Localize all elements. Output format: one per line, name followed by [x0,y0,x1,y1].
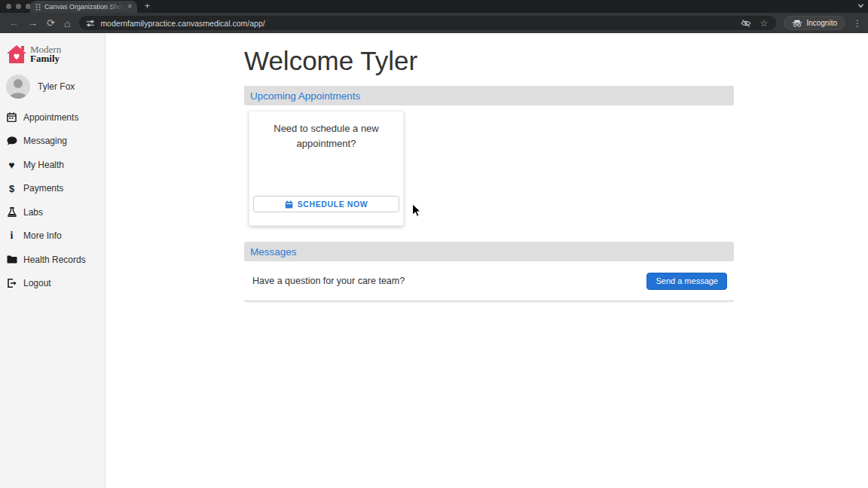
tab-strip: Canvas Organization Short N × + [0,0,868,13]
sidebar-item-labs[interactable]: Labs [6,200,99,224]
schedule-card-text: Need to schedule a new appointment? [261,121,391,151]
browser-toolbar: ← → ⟳ ⌂ modernfamilypractice.canvasmedic… [0,13,868,33]
chevron-down-icon[interactable] [857,2,864,9]
sidebar-menu: Appointments Messaging ♥ My Health $ Pay… [6,105,99,295]
user-name: Tyler Fox [38,81,75,92]
brand-logo[interactable]: Modern Family [6,42,99,66]
info-icon: i [6,230,17,241]
messages-title: Messages [250,246,297,258]
sidebar-item-logout[interactable]: Logout [6,272,99,296]
incognito-label: Incognito [806,19,837,27]
folder-icon [6,255,17,264]
sidebar-item-label: Messaging [23,136,67,146]
browser-tab[interactable]: Canvas Organization Short N × [30,1,137,13]
forward-icon[interactable]: → [28,18,38,28]
sidebar-item-label: Labs [23,207,43,218]
incognito-badge: Incognito [784,16,845,30]
site-settings-icon[interactable] [86,20,95,27]
heart-icon: ♥ [6,160,17,170]
browser-window: Canvas Organization Short N × + ← → ⟳ ⌂ … [0,0,868,488]
messages-row: Have a question for your care team? Send… [244,261,734,301]
reload-icon[interactable]: ⟳ [47,18,55,28]
sidebar: Modern Family Tyler Fox [0,33,105,488]
back-icon[interactable]: ← [9,18,19,28]
window-close-button[interactable] [6,4,11,9]
avatar [6,75,30,99]
sidebar-item-label: Logout [23,278,51,288]
send-message-button[interactable]: Send a message [646,273,727,290]
schedule-now-button[interactable]: SCHEDULE NOW [253,196,399,212]
house-heart-icon [6,44,27,64]
url-text[interactable]: modernfamilypractice.canvasmedical.com/a… [100,19,740,28]
upcoming-appointments-header: Upcoming Appointments [244,86,734,105]
appointments-panel: Need to schedule a new appointment? SCHE… [244,105,734,231]
main-content: Welcome Tyler Upcoming Appointments Need… [105,33,868,488]
sidebar-item-messaging[interactable]: Messaging [6,130,99,154]
schedule-card: Need to schedule a new appointment? SCHE… [249,111,404,226]
sidebar-item-label: More Info [23,230,62,241]
tab-title: Canvas Organization Short N [44,3,124,11]
user-profile: Tyler Fox [6,74,99,99]
incognito-icon [792,20,802,27]
sidebar-item-appointments[interactable]: Appointments [6,105,99,130]
chat-icon [6,136,17,145]
calendar-icon [285,200,293,209]
brand-name: Modern Family [30,45,61,64]
sidebar-item-label: My Health [23,160,64,170]
tab-favicon [35,4,41,11]
sidebar-item-payments[interactable]: $ Payments [6,177,99,201]
brand-line2: Family [30,54,61,63]
messages-header: Messages [244,242,734,261]
schedule-now-label: SCHEDULE NOW [298,200,368,209]
upcoming-appointments-title: Upcoming Appointments [250,90,360,102]
messages-prompt: Have a question for your care team? [244,276,646,286]
window-minimize-button[interactable] [16,4,21,9]
address-bar[interactable]: modernfamilypractice.canvasmedical.com/a… [79,16,776,30]
eye-off-icon[interactable] [741,19,751,28]
sidebar-item-label: Appointments [23,112,78,123]
flask-icon [6,207,17,217]
browser-menu-icon[interactable]: ⋮ [853,18,862,29]
logout-icon [6,279,17,288]
sidebar-item-my-health[interactable]: ♥ My Health [6,153,99,177]
calendar-icon [6,112,17,122]
sidebar-item-more-info[interactable]: i More Info [6,224,99,249]
sidebar-item-health-records[interactable]: Health Records [6,248,99,272]
tab-close-icon[interactable]: × [127,3,132,11]
sidebar-item-label: Payments [23,183,63,194]
window-controls[interactable] [6,4,31,9]
page-title: Welcome Tyler [244,47,734,75]
bookmark-star-icon[interactable]: ☆ [760,19,769,28]
sidebar-item-label: Health Records [23,255,86,265]
new-tab-button[interactable]: + [145,2,150,11]
dollar-icon: $ [6,184,17,194]
home-icon[interactable]: ⌂ [64,18,70,29]
